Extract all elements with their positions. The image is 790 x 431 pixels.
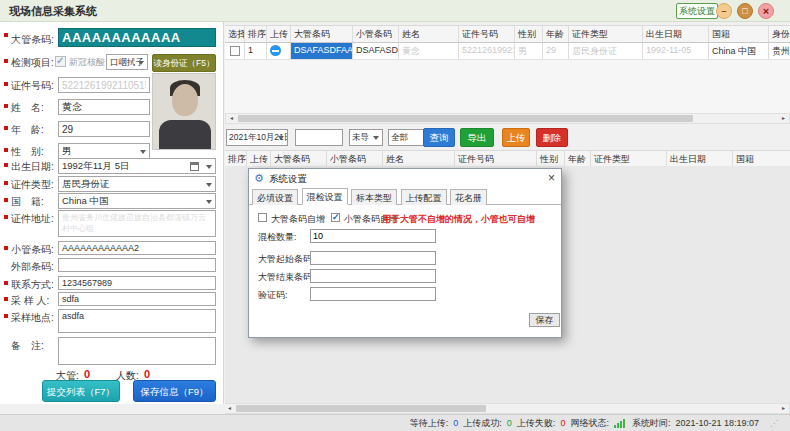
end-barcode-input[interactable] [310,269,436,283]
filter-export-state-value: 未导 [352,132,369,142]
big-auto-increment-checkbox[interactable] [258,213,267,222]
scroll-right-icon[interactable]: ▸ [778,114,789,123]
t1-col-select[interactable]: 选择 [225,26,245,42]
t1-col-address[interactable]: 身份证地址 [769,26,790,42]
submit-list-button[interactable]: 提交列表（F7） [42,380,120,402]
t2-col-upload[interactable]: 上传 [247,151,271,167]
t2-col-name[interactable]: 姓名 [383,151,455,167]
system-settings-button[interactable]: 系统设置 [676,3,718,19]
filter-bar: 2021年10月21日 未导 全部 查询 导出 上传 删除 [225,126,790,150]
form-actions: 提交列表（F7） 保存信息（F9） [0,380,224,404]
minimize-button[interactable]: – [716,3,732,19]
network-signal-icon [614,419,625,428]
mix-count-input[interactable] [310,229,436,243]
t2-col-age[interactable]: 年龄 [565,151,591,167]
t2-col-nation[interactable]: 国籍 [733,151,790,167]
save-info-button[interactable]: 保存信息（F9） [133,380,216,402]
captcha-input[interactable] [310,287,436,301]
big-barcode-input[interactable] [58,28,216,47]
t2-col-id-type[interactable]: 证件类型 [591,151,667,167]
system-time-value: 2021-10-21 18:19:07 [675,418,759,428]
gender-select[interactable]: 男 [58,143,150,159]
small-barcode-input[interactable] [58,241,216,255]
search-button[interactable]: 查询 [423,128,455,147]
upper-table: 选择 排序 上传 大管条码 小管条码 姓名 证件号码 性别 年龄 证件类型 出生… [225,25,790,116]
contact-input[interactable] [58,276,216,290]
filter-export-state-select[interactable]: 未导 [349,129,383,146]
t1-col-birth[interactable]: 出生日期 [643,26,709,42]
filter-scope-value: 全部 [391,132,408,142]
covid-checkbox[interactable] [55,56,66,67]
dialog-save-button[interactable]: 保存 [529,313,560,327]
remark-textarea[interactable] [58,337,216,365]
t1-col-id-type[interactable]: 证件类型 [569,26,643,42]
id-type-select[interactable]: 居民身份证 [58,176,216,192]
id-address-textarea[interactable] [58,210,216,237]
t2-col-birth[interactable]: 出生日期 [667,151,733,167]
t1-col-age[interactable]: 年龄 [543,26,569,42]
tab-specimen-type[interactable]: 标本类型 [351,189,397,205]
lower-table-hscrollbar[interactable]: ◂ ▸ [225,403,790,414]
table-row[interactable]: 1 DSAFASDFAAAS DSAFASDFAAAS1 黄念 52212619… [225,43,790,60]
close-icon: × [763,5,769,17]
t1-col-nation[interactable]: 国籍 [709,26,769,42]
filter-date-picker[interactable]: 2021年10月21日 [226,129,288,146]
scroll-left-icon[interactable]: ◂ [225,404,235,413]
t2-col-big-barcode[interactable]: 大管条码 [271,151,327,167]
dialog-close-icon[interactable]: × [548,171,555,185]
t1-col-name[interactable]: 姓名 [399,26,459,42]
t1-col-big-barcode[interactable]: 大管条码 [291,26,353,42]
external-barcode-input[interactable] [58,258,216,272]
name-input[interactable] [58,99,150,115]
chevron-down-icon [140,150,146,157]
read-id-card-button[interactable]: 读身份证（F5） [152,54,216,72]
required-marker [4,163,8,167]
nationality-select[interactable]: China 中国 [58,193,216,209]
tab-upload-config[interactable]: 上传配置 [401,189,447,205]
id-number-input[interactable] [58,77,150,93]
tab-mix-settings[interactable]: 混检设置 [302,188,348,205]
scrollbar-thumb[interactable] [238,115,693,122]
t2-col-id-number[interactable]: 证件号码 [455,151,537,167]
swab-type-select[interactable]: 口咽拭子 [106,54,148,70]
delete-button[interactable]: 删除 [536,128,568,147]
sampler-input[interactable] [58,292,216,306]
scroll-left-icon[interactable]: ◂ [226,114,237,123]
birth-date-picker[interactable]: 1992年11月 5日 [58,158,216,174]
contact-label: 联系方式: [11,278,54,292]
upper-table-header: 选择 排序 上传 大管条码 小管条码 姓名 证件号码 性别 年龄 证件类型 出生… [225,25,790,43]
birth-date-label: 出生日期: [11,160,54,174]
t1-col-gender[interactable]: 性别 [515,26,543,42]
upload-button[interactable]: 上传 [502,128,530,147]
maximize-button[interactable]: □ [737,3,753,19]
nationality-label: 国 籍: [11,195,44,209]
sample-site-textarea[interactable] [58,309,216,333]
age-input[interactable] [58,121,150,137]
scrollbar-thumb[interactable] [236,405,486,412]
t1-col-small-barcode[interactable]: 小管条码 [353,26,399,42]
close-button[interactable]: × [758,3,774,19]
filter-keyword-input[interactable] [295,129,343,146]
required-marker [4,198,8,202]
start-barcode-input[interactable] [310,251,436,265]
export-button[interactable]: 导出 [460,128,494,147]
t2-col-gender[interactable]: 性别 [537,151,565,167]
t1-col-order[interactable]: 排序 [245,26,267,42]
required-marker [4,215,8,219]
tab-required-settings[interactable]: 必填设置 [252,189,298,205]
row-big-barcode-cell[interactable]: DSAFASDFAAAS [291,43,353,59]
gender-value: 男 [62,145,72,156]
t1-col-id-number[interactable]: 证件号码 [459,26,515,42]
small-auto-increment-checkbox[interactable] [331,213,340,222]
dialog-titlebar[interactable]: ⚙ 系统设置 × [249,169,561,187]
start-barcode-label: 大管起始条码: [258,253,315,266]
t2-col-order[interactable]: 排序 [225,151,247,167]
row-checkbox[interactable] [230,46,240,56]
tab-roster[interactable]: 花名册 [450,189,487,205]
t1-col-upload[interactable]: 上传 [267,26,291,42]
chevron-down-icon [206,200,212,207]
t2-col-small-barcode[interactable]: 小管条码 [327,151,383,167]
upper-table-hscrollbar[interactable]: ◂ ▸ [225,113,790,124]
titlebar: 现场信息采集系统 系统设置 – □ × [0,0,790,22]
scroll-right-icon[interactable]: ▸ [778,404,789,413]
